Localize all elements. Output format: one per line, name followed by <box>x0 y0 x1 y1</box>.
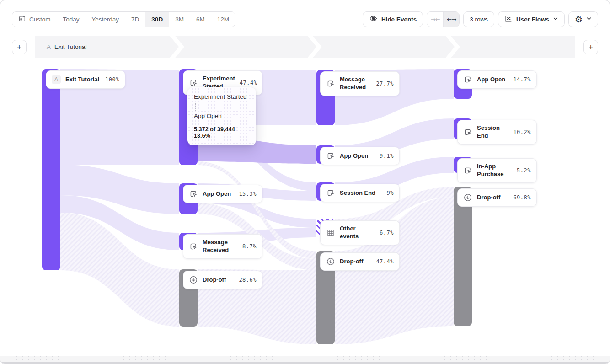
tooltip-connector <box>195 103 196 111</box>
user-flows-page: CustomTodayYesterday7D30D3M6M12M Hide Ev… <box>0 0 610 364</box>
event-click-icon <box>189 242 198 251</box>
flow-card-app-open-col2[interactable]: App Open15.3% <box>183 185 262 203</box>
view-selector-label: User Flows <box>516 16 549 23</box>
flow-node-label: App Open <box>477 76 508 84</box>
chevron-down-icon <box>586 16 592 23</box>
event-click-icon <box>463 128 472 137</box>
add-step-right-button[interactable]: + <box>583 40 598 54</box>
flow-node-label: In-App Purchase <box>477 163 512 178</box>
tooltip-target-event: App Open <box>194 112 250 120</box>
flow-card-app-open-col3[interactable]: App Open9.1% <box>320 147 400 165</box>
flow-card-app-open-col4[interactable]: App Open14.7% <box>457 70 537 89</box>
steps-row: + A Exit Tutorial + <box>0 36 610 58</box>
flow-node-label: Drop-off <box>477 194 508 202</box>
event-click-icon <box>326 188 335 198</box>
drop-off-arrow-icon <box>326 257 335 266</box>
rows-label: 3 rows <box>470 16 488 23</box>
flow-card-session-end-col4[interactable]: Session End10.2% <box>457 120 537 145</box>
chevron-down-icon <box>553 16 558 23</box>
flow-card-exit-tutorial-col1[interactable]: AExit Tutorial100% <box>46 70 125 89</box>
collapse-columns-button[interactable]: →← <box>427 12 443 27</box>
flow-node-percent: 27.7% <box>376 80 394 87</box>
flow-card-drop-off-col4[interactable]: Drop-off69.8% <box>457 188 537 207</box>
date-range-3m[interactable]: 3M <box>169 12 190 27</box>
flow-bar-drop-off-col4[interactable] <box>454 187 472 326</box>
flow-node-percent: 8.7% <box>242 243 257 250</box>
flow-card-drop-off-col2[interactable]: Drop-off28.6% <box>183 271 262 289</box>
event-click-icon <box>326 151 335 161</box>
step-letter-badge: A <box>52 75 61 84</box>
date-range-30d[interactable]: 30D <box>145 12 169 27</box>
event-click-icon <box>463 166 472 175</box>
flow-node-percent: 9.1% <box>380 153 394 159</box>
date-range-label: Custom <box>29 16 51 23</box>
flow-node-percent: 47.4% <box>240 80 257 86</box>
flow-node-percent: 10.2% <box>513 129 531 135</box>
step-prefix: A <box>47 43 51 50</box>
date-range-yesterday[interactable]: Yesterday <box>86 12 125 27</box>
event-click-icon <box>189 189 198 198</box>
event-click-icon <box>463 75 472 84</box>
toolbar: CustomTodayYesterday7D30D3M6M12M Hide Ev… <box>0 0 610 27</box>
expand-arrows-icon: ←→ <box>447 16 456 23</box>
eye-off-icon <box>369 14 378 24</box>
date-range-selector: CustomTodayYesterday7D30D3M6M12M <box>12 11 235 27</box>
steps-band[interactable]: A Exit Tutorial <box>35 36 575 58</box>
gear-icon: ⚙ <box>575 15 583 24</box>
expand-columns-button[interactable]: ←→ <box>443 12 459 27</box>
date-range-6m[interactable]: 6M <box>190 12 211 27</box>
flow-node-label: Message Received <box>203 239 238 254</box>
hide-events-label: Hide Events <box>381 16 417 23</box>
flow-node-percent: 9% <box>387 190 394 196</box>
date-range-label: Today <box>63 16 80 23</box>
flow-node-label: Session End <box>477 124 508 140</box>
flow-card-in-app-purchase-col4[interactable]: In-App Purchase5.2% <box>457 158 537 183</box>
tooltip-stat: 5,372 of 39,444 13.6% <box>194 126 250 139</box>
flow-card-message-received-col3[interactable]: Message Received27.7% <box>320 71 400 96</box>
flow-card-other-events-col3[interactable]: Other events6.7% <box>320 220 400 245</box>
date-range-custom[interactable]: Custom <box>12 12 57 27</box>
flow-node-label: App Open <box>340 152 375 160</box>
view-selector-button[interactable]: User Flows <box>498 11 565 27</box>
flow-node-label: Message Received <box>340 76 371 91</box>
flow-bar-exit-tutorial-col1[interactable] <box>42 69 60 270</box>
flow-card-session-end-col3[interactable]: Session End9% <box>320 184 400 202</box>
flow-node-label: Drop-off <box>340 258 371 266</box>
flow-node-percent: 69.8% <box>513 194 531 201</box>
flow-node-percent: 47.4% <box>376 258 394 265</box>
step-separators <box>35 36 575 58</box>
event-click-icon <box>189 78 198 87</box>
spacing-toggle: →← ←→ <box>427 11 460 27</box>
flow-node-percent: 5.2% <box>517 167 531 174</box>
date-range-label: 30D <box>151 16 163 23</box>
flow-node-percent: 15.3% <box>239 191 257 197</box>
sankey-canvas: AExit Tutorial100%Experiment Started47.4… <box>0 60 610 357</box>
drop-off-arrow-icon <box>189 275 198 284</box>
date-range-label: 6M <box>196 16 205 23</box>
flow-node-label: Exit Tutorial <box>65 76 101 84</box>
date-range-label: 3M <box>175 16 184 23</box>
grid-icon <box>326 228 335 237</box>
flow-tooltip: Experiment Started App Open 5,372 of 39,… <box>187 87 256 145</box>
step-label: A Exit Tutorial <box>47 36 87 58</box>
flow-card-message-received-col2[interactable]: Message Received8.7% <box>183 234 262 259</box>
add-step-left-button[interactable]: + <box>12 40 27 54</box>
toolbar-right: Hide Events →← ←→ 3 rows <box>363 11 598 27</box>
flow-node-percent: 28.6% <box>239 277 257 283</box>
step-name: Exit Tutorial <box>54 43 87 50</box>
flow-node-percent: 6.7% <box>380 230 394 236</box>
date-range-label: 7D <box>131 16 139 23</box>
flow-node-percent: 14.7% <box>513 76 531 83</box>
collapse-arrows-icon: →← <box>431 16 440 23</box>
hide-events-button[interactable]: Hide Events <box>363 11 423 27</box>
settings-button[interactable]: ⚙ <box>568 11 598 27</box>
date-range-7d[interactable]: 7D <box>125 12 145 27</box>
date-range-today[interactable]: Today <box>57 12 86 27</box>
flow-node-label: Drop-off <box>203 276 234 284</box>
rows-button[interactable]: 3 rows <box>463 11 494 27</box>
footer-scrollbar-strip[interactable] <box>0 356 610 364</box>
user-flows-chart-icon <box>504 15 513 24</box>
flow-node-percent: 100% <box>105 76 119 83</box>
date-range-12m[interactable]: 12M <box>211 12 235 27</box>
flow-card-drop-off-col3[interactable]: Drop-off47.4% <box>320 252 400 271</box>
